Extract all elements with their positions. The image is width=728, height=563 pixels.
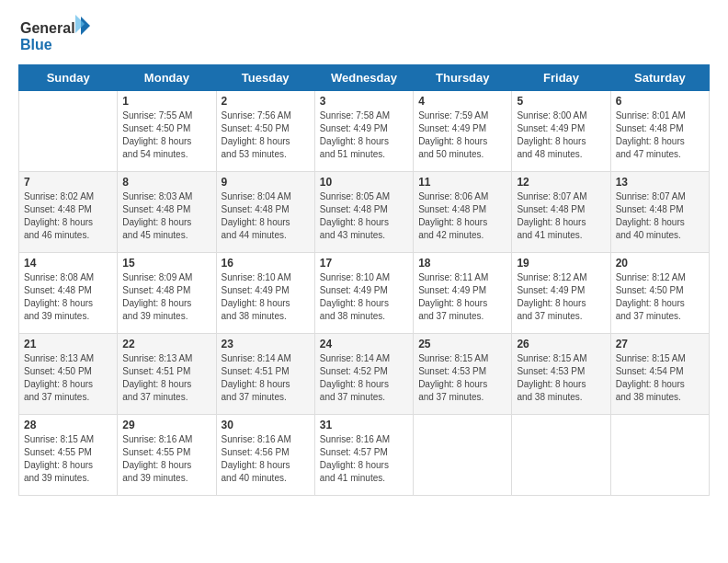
- day-number: 7: [24, 176, 112, 189]
- cal-cell-w5-d2: 30Sunrise: 8:16 AM Sunset: 4:56 PM Dayli…: [216, 415, 314, 496]
- cal-cell-w4-d2: 23Sunrise: 8:14 AM Sunset: 4:51 PM Dayli…: [216, 334, 314, 415]
- day-info: Sunrise: 8:16 AM Sunset: 4:56 PM Dayligh…: [222, 433, 310, 485]
- cal-cell-w1-d1: 1Sunrise: 7:55 AM Sunset: 4:50 PM Daylig…: [118, 91, 216, 172]
- cal-cell-w4-d1: 22Sunrise: 8:13 AM Sunset: 4:51 PM Dayli…: [118, 334, 216, 415]
- day-info: Sunrise: 8:14 AM Sunset: 4:51 PM Dayligh…: [222, 352, 310, 404]
- svg-text:General: General: [20, 20, 75, 36]
- week-row-5: 28Sunrise: 8:15 AM Sunset: 4:55 PM Dayli…: [19, 415, 710, 496]
- cal-cell-w1-d5: 5Sunrise: 8:00 AM Sunset: 4:49 PM Daylig…: [512, 91, 610, 172]
- day-info: Sunrise: 8:13 AM Sunset: 4:51 PM Dayligh…: [122, 352, 210, 404]
- day-info: Sunrise: 8:15 AM Sunset: 4:53 PM Dayligh…: [418, 352, 506, 404]
- cal-cell-w4-d4: 25Sunrise: 8:15 AM Sunset: 4:53 PM Dayli…: [414, 334, 512, 415]
- cal-cell-w4-d5: 26Sunrise: 8:15 AM Sunset: 4:53 PM Dayli…: [512, 334, 610, 415]
- day-number: 27: [616, 338, 704, 350]
- day-info: Sunrise: 8:01 AM Sunset: 4:48 PM Dayligh…: [616, 109, 704, 161]
- cal-cell-w5-d4: [414, 415, 512, 496]
- day-number: 21: [24, 338, 112, 350]
- weekday-tuesday: Tuesday: [216, 65, 314, 91]
- week-row-4: 21Sunrise: 8:13 AM Sunset: 4:50 PM Dayli…: [19, 334, 710, 415]
- day-number: 14: [24, 257, 112, 270]
- cal-cell-w3-d4: 18Sunrise: 8:11 AM Sunset: 4:49 PM Dayli…: [414, 253, 512, 334]
- cal-cell-w5-d1: 29Sunrise: 8:16 AM Sunset: 4:55 PM Dayli…: [118, 415, 216, 496]
- day-number: 12: [517, 176, 605, 189]
- day-number: 13: [616, 176, 704, 189]
- day-number: 2: [222, 95, 310, 108]
- cal-cell-w3-d0: 14Sunrise: 8:08 AM Sunset: 4:48 PM Dayli…: [19, 253, 118, 334]
- cal-cell-w2-d5: 12Sunrise: 8:07 AM Sunset: 4:48 PM Dayli…: [512, 172, 610, 253]
- cal-cell-w4-d3: 24Sunrise: 8:14 AM Sunset: 4:52 PM Dayli…: [314, 334, 413, 415]
- day-number: 10: [320, 176, 408, 189]
- day-info: Sunrise: 8:09 AM Sunset: 4:48 PM Dayligh…: [122, 271, 210, 323]
- day-info: Sunrise: 8:15 AM Sunset: 4:55 PM Dayligh…: [24, 433, 112, 485]
- day-number: 18: [418, 257, 506, 270]
- day-number: 25: [418, 338, 506, 350]
- cal-cell-w2-d4: 11Sunrise: 8:06 AM Sunset: 4:48 PM Dayli…: [414, 172, 512, 253]
- cal-cell-w1-d6: 6Sunrise: 8:01 AM Sunset: 4:48 PM Daylig…: [610, 91, 709, 172]
- cal-cell-w5-d0: 28Sunrise: 8:15 AM Sunset: 4:55 PM Dayli…: [19, 415, 118, 496]
- day-info: Sunrise: 8:06 AM Sunset: 4:48 PM Dayligh…: [418, 190, 506, 242]
- day-info: Sunrise: 7:56 AM Sunset: 4:50 PM Dayligh…: [222, 109, 310, 161]
- cal-cell-w1-d0: [19, 91, 118, 172]
- weekday-sunday: Sunday: [19, 65, 118, 91]
- cal-cell-w5-d3: 31Sunrise: 8:16 AM Sunset: 4:57 PM Dayli…: [314, 415, 413, 496]
- cal-cell-w3-d1: 15Sunrise: 8:09 AM Sunset: 4:48 PM Dayli…: [118, 253, 216, 334]
- cal-cell-w3-d5: 19Sunrise: 8:12 AM Sunset: 4:49 PM Dayli…: [512, 253, 610, 334]
- cal-cell-w2-d3: 10Sunrise: 8:05 AM Sunset: 4:48 PM Dayli…: [314, 172, 413, 253]
- day-info: Sunrise: 8:00 AM Sunset: 4:49 PM Dayligh…: [517, 109, 605, 161]
- weekday-header-row: SundayMondayTuesdayWednesdayThursdayFrid…: [19, 65, 710, 91]
- cal-cell-w3-d3: 17Sunrise: 8:10 AM Sunset: 4:49 PM Dayli…: [314, 253, 413, 334]
- cal-cell-w2-d1: 8Sunrise: 8:03 AM Sunset: 4:48 PM Daylig…: [118, 172, 216, 253]
- cal-cell-w1-d2: 2Sunrise: 7:56 AM Sunset: 4:50 PM Daylig…: [216, 91, 314, 172]
- day-info: Sunrise: 8:16 AM Sunset: 4:55 PM Dayligh…: [122, 433, 210, 485]
- day-number: 28: [24, 419, 112, 431]
- logo-svg: General Blue: [18, 15, 92, 55]
- day-number: 16: [222, 257, 310, 270]
- week-row-1: 1Sunrise: 7:55 AM Sunset: 4:50 PM Daylig…: [19, 91, 710, 172]
- day-info: Sunrise: 8:14 AM Sunset: 4:52 PM Dayligh…: [320, 352, 408, 404]
- cal-cell-w3-d6: 20Sunrise: 8:12 AM Sunset: 4:50 PM Dayli…: [610, 253, 709, 334]
- day-number: 15: [122, 257, 210, 270]
- day-info: Sunrise: 8:02 AM Sunset: 4:48 PM Dayligh…: [24, 190, 112, 242]
- day-number: 3: [320, 95, 408, 108]
- weekday-wednesday: Wednesday: [314, 65, 413, 91]
- day-number: 1: [122, 95, 210, 108]
- day-number: 24: [320, 338, 408, 350]
- header: General Blue: [18, 15, 710, 55]
- day-number: 29: [122, 419, 210, 431]
- day-number: 19: [517, 257, 605, 270]
- day-info: Sunrise: 8:10 AM Sunset: 4:49 PM Dayligh…: [222, 271, 310, 323]
- weekday-friday: Friday: [512, 65, 610, 91]
- day-info: Sunrise: 8:03 AM Sunset: 4:48 PM Dayligh…: [122, 190, 210, 242]
- calendar-table: SundayMondayTuesdayWednesdayThursdayFrid…: [18, 64, 710, 496]
- logo: General Blue: [18, 15, 92, 55]
- day-info: Sunrise: 8:08 AM Sunset: 4:48 PM Dayligh…: [24, 271, 112, 323]
- cal-cell-w2-d2: 9Sunrise: 8:04 AM Sunset: 4:48 PM Daylig…: [216, 172, 314, 253]
- day-info: Sunrise: 8:07 AM Sunset: 4:48 PM Dayligh…: [616, 190, 704, 242]
- week-row-3: 14Sunrise: 8:08 AM Sunset: 4:48 PM Dayli…: [19, 253, 710, 334]
- day-info: Sunrise: 8:12 AM Sunset: 4:49 PM Dayligh…: [517, 271, 605, 323]
- cal-cell-w1-d4: 4Sunrise: 7:59 AM Sunset: 4:49 PM Daylig…: [414, 91, 512, 172]
- day-number: 9: [222, 176, 310, 189]
- cal-cell-w5-d5: [512, 415, 610, 496]
- day-number: 6: [616, 95, 704, 108]
- day-number: 22: [122, 338, 210, 350]
- cal-cell-w2-d0: 7Sunrise: 8:02 AM Sunset: 4:48 PM Daylig…: [19, 172, 118, 253]
- day-info: Sunrise: 8:12 AM Sunset: 4:50 PM Dayligh…: [616, 271, 704, 323]
- cal-cell-w4-d6: 27Sunrise: 8:15 AM Sunset: 4:54 PM Dayli…: [610, 334, 709, 415]
- day-info: Sunrise: 8:15 AM Sunset: 4:53 PM Dayligh…: [517, 352, 605, 404]
- day-number: 17: [320, 257, 408, 270]
- day-info: Sunrise: 8:16 AM Sunset: 4:57 PM Dayligh…: [320, 433, 408, 485]
- cal-cell-w3-d2: 16Sunrise: 8:10 AM Sunset: 4:49 PM Dayli…: [216, 253, 314, 334]
- day-number: 4: [418, 95, 506, 108]
- day-number: 11: [418, 176, 506, 189]
- svg-text:Blue: Blue: [20, 37, 52, 52]
- day-info: Sunrise: 7:59 AM Sunset: 4:49 PM Dayligh…: [418, 109, 506, 161]
- cal-cell-w5-d6: [610, 415, 709, 496]
- day-info: Sunrise: 8:15 AM Sunset: 4:54 PM Dayligh…: [616, 352, 704, 404]
- day-number: 5: [517, 95, 605, 108]
- weekday-thursday: Thursday: [414, 65, 512, 91]
- day-info: Sunrise: 8:04 AM Sunset: 4:48 PM Dayligh…: [222, 190, 310, 242]
- weekday-monday: Monday: [118, 65, 216, 91]
- cal-cell-w4-d0: 21Sunrise: 8:13 AM Sunset: 4:50 PM Dayli…: [19, 334, 118, 415]
- day-number: 26: [517, 338, 605, 350]
